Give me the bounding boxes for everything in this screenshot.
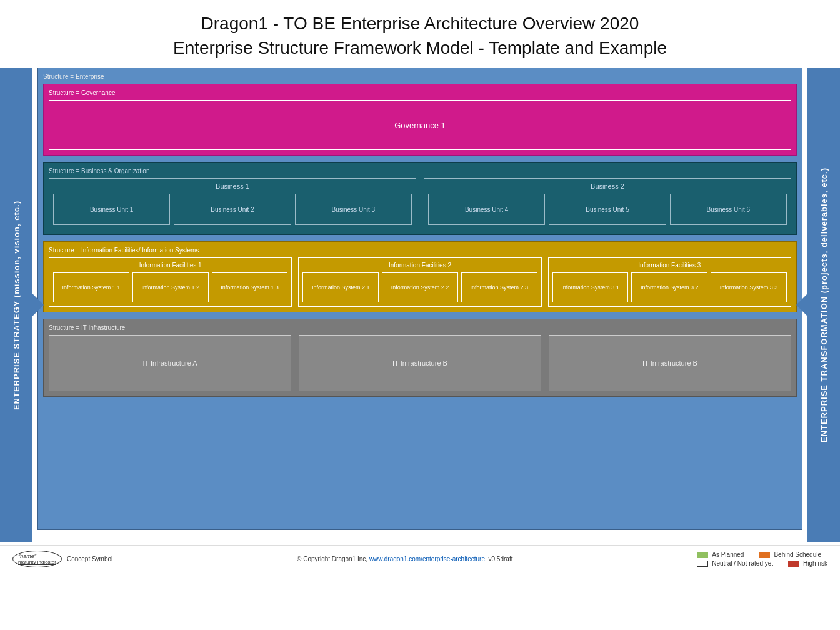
info-facility-3-title: Information Facilities 3 <box>552 262 787 269</box>
info-systems-1: Information System 1.1 Information Syste… <box>53 272 288 302</box>
left-banner-text: ENTERPRISE STRATEGY (mission, vision, et… <box>12 194 21 416</box>
info-system-1-1: Information System 1.1 <box>53 272 129 302</box>
main-diagram: ENTERPRISE STRATEGY (mission, vision, et… <box>0 68 840 542</box>
business-groups: Business 1 Business Unit 1 Business Unit… <box>49 178 791 229</box>
governance-item: Governance 1 <box>394 121 446 130</box>
footer: "name" maturity indicator Concept Symbol… <box>0 545 840 572</box>
info-system-2-2: Information System 2.2 <box>382 272 458 302</box>
legend-high-risk: High risk <box>788 560 828 567</box>
business-unit-2: Business Unit 2 <box>174 194 291 225</box>
title-line2: Enterprise Structure Framework Model - T… <box>12 36 828 60</box>
governance-label: Structure = Governance <box>49 89 791 96</box>
it-infras: IT Infrastructure A IT Infrastructure B … <box>49 335 791 391</box>
info-facilities: Information Facilities 1 Information Sys… <box>49 258 791 307</box>
business-group-1: Business 1 Business Unit 1 Business Unit… <box>49 178 416 229</box>
legend-neutral: Neutral / Not rated yet <box>697 560 773 567</box>
it-label: Structure = IT Infrastructure <box>49 324 791 331</box>
concept-symbol-line2: maturity indicator <box>18 559 56 565</box>
enterprise-box: Structure = Enterprise Structure = Gover… <box>38 68 802 530</box>
info-system-3-3: Information System 3.3 <box>711 272 787 302</box>
right-banner-text: ENTERPRISE TRANSFORMATION (projects, del… <box>819 161 829 449</box>
concept-label: Concept Symbol <box>67 556 112 562</box>
legend-neutral-box <box>697 561 708 567</box>
title-line1: Dragon1 - TO BE Enterprise Architecture … <box>12 11 828 36</box>
info-facility-1: Information Facilities 1 Information Sys… <box>49 258 292 307</box>
concept-symbol-line1: "name" <box>18 553 56 559</box>
center-content: Structure = Enterprise Structure = Gover… <box>32 68 808 542</box>
info-section: Structure = Information Facilities/ Info… <box>43 241 797 312</box>
legend-high-risk-label: High risk <box>803 560 828 567</box>
business-group-1-title: Business 1 <box>53 182 412 190</box>
business-unit-4: Business Unit 4 <box>428 194 545 225</box>
info-facility-2-title: Information Facilities 2 <box>302 262 537 269</box>
it-section: Structure = IT Infrastructure IT Infrast… <box>43 319 797 397</box>
governance-section: Structure = Governance Governance 1 <box>43 84 797 156</box>
footer-copyright: © Copyright Dragon1 Inc, www.dragon1.com… <box>297 556 512 562</box>
info-facility-1-title: Information Facilities 1 <box>53 262 288 269</box>
footer-link[interactable]: www.dragon1.com/enterprise-architecture <box>369 556 485 562</box>
concept-symbol: "name" maturity indicator <box>12 551 62 568</box>
info-system-2-3: Information System 2.3 <box>461 272 538 302</box>
it-infra-a: IT Infrastructure A <box>49 335 291 391</box>
governance-inner: Governance 1 <box>49 100 791 150</box>
legend-as-planned: As Planned <box>697 551 744 558</box>
info-facility-3: Information Facilities 3 Information Sys… <box>548 258 791 307</box>
business-unit-1: Business Unit 1 <box>53 194 170 225</box>
business-unit-5: Business Unit 5 <box>549 194 666 225</box>
business-unit-3: Business Unit 3 <box>295 194 412 225</box>
legend-high-risk-box <box>788 561 799 567</box>
info-label: Structure = Information Facilities/ Info… <box>49 247 791 254</box>
page-title: Dragon1 - TO BE Enterprise Architecture … <box>0 0 840 68</box>
left-arrow-icon <box>30 291 44 319</box>
business-units-1: Business Unit 1 Business Unit 2 Business… <box>53 194 412 225</box>
info-systems-3: Information System 3.1 Information Syste… <box>552 272 787 302</box>
right-arrow-icon <box>796 291 810 319</box>
legend-as-planned-box <box>697 552 708 558</box>
it-infra-b2: IT Infrastructure B <box>549 335 791 391</box>
business-group-2: Business 2 Business Unit 4 Business Unit… <box>424 178 791 229</box>
info-system-3-1: Information System 3.1 <box>552 272 629 302</box>
footer-left: "name" maturity indicator Concept Symbol <box>12 551 112 568</box>
info-system-2-1: Information System 2.1 <box>302 272 379 302</box>
business-units-2: Business Unit 4 Business Unit 5 Business… <box>428 194 787 225</box>
legend-as-planned-label: As Planned <box>712 551 744 558</box>
it-infra-b1: IT Infrastructure B <box>299 335 541 391</box>
footer-legend: As Planned Behind Schedule Neutral / Not… <box>697 551 828 567</box>
legend-behind-schedule-label: Behind Schedule <box>774 551 821 558</box>
legend-behind-schedule: Behind Schedule <box>759 551 821 558</box>
business-unit-6: Business Unit 6 <box>670 194 787 225</box>
business-label: Structure = Business & Organization <box>49 168 791 174</box>
right-banner: ENTERPRISE TRANSFORMATION (projects, del… <box>808 68 840 542</box>
legend-row-1: As Planned Behind Schedule <box>697 551 828 558</box>
legend-row-2: Neutral / Not rated yet High risk <box>697 560 828 567</box>
info-systems-2: Information System 2.1 Information Syste… <box>302 272 537 302</box>
business-section: Structure = Business & Organization Busi… <box>43 162 797 235</box>
info-system-1-3: Information System 1.3 <box>212 272 288 302</box>
business-group-2-title: Business 2 <box>428 182 787 190</box>
info-system-3-2: Information System 3.2 <box>631 272 708 302</box>
enterprise-label: Structure = Enterprise <box>43 73 797 80</box>
left-banner: ENTERPRISE STRATEGY (mission, vision, et… <box>0 68 32 542</box>
legend-behind-schedule-box <box>759 552 770 558</box>
info-facility-2: Information Facilities 2 Information Sys… <box>298 258 541 307</box>
info-system-1-2: Information System 1.2 <box>132 272 209 302</box>
legend-neutral-label: Neutral / Not rated yet <box>712 560 773 567</box>
